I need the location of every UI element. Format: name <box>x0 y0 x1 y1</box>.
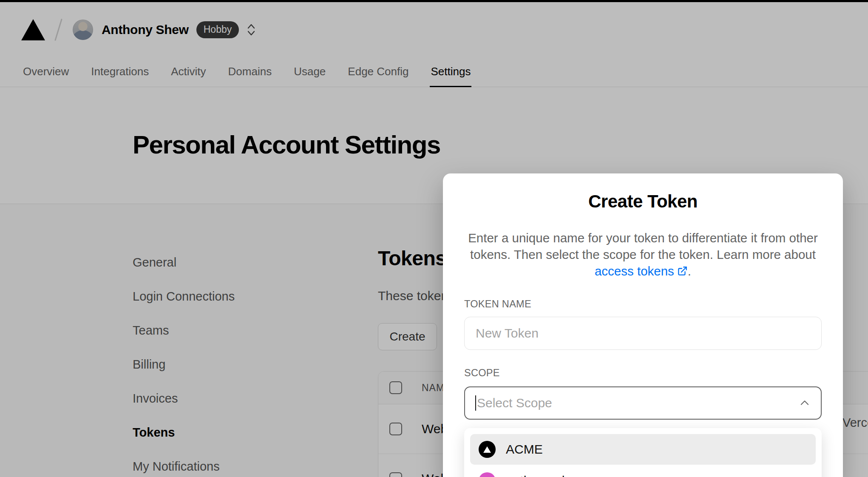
scope-option-label: anthony-shew <box>506 474 585 477</box>
chevron-up-icon <box>799 397 811 409</box>
acme-avatar <box>479 441 496 458</box>
token-name-label: TOKEN NAME <box>464 299 822 309</box>
personal-avatar <box>479 472 496 477</box>
scope-option-acme[interactable]: ACME <box>470 434 816 465</box>
scope-option-personal[interactable]: anthony-shew <box>470 466 816 477</box>
vercel-dashboard: Anthony Shew Hobby Overview Integrations… <box>0 0 868 477</box>
description-suffix: . <box>688 264 691 278</box>
create-token-modal: Create Token Enter a unique name for you… <box>443 173 843 477</box>
scope-label: SCOPE <box>464 368 822 378</box>
triangle-logo-icon <box>483 446 491 453</box>
modal-description: Enter a unique name for your token to di… <box>464 230 822 279</box>
scope-dropdown: ACME anthony-shew <box>464 428 822 477</box>
scope-placeholder: Select Scope <box>477 396 552 410</box>
token-name-input[interactable] <box>464 317 822 350</box>
text-cursor <box>475 395 476 411</box>
scope-option-label: ACME <box>506 442 543 457</box>
access-tokens-link[interactable]: access tokens <box>595 264 674 278</box>
description-line-2: tokens. Then select the scope for the to… <box>470 247 816 261</box>
scope-select[interactable]: Select Scope <box>464 386 822 420</box>
external-link-icon <box>677 266 688 277</box>
description-line-1: Enter a unique name for your token to di… <box>468 231 818 245</box>
modal-title: Create Token <box>464 190 822 213</box>
